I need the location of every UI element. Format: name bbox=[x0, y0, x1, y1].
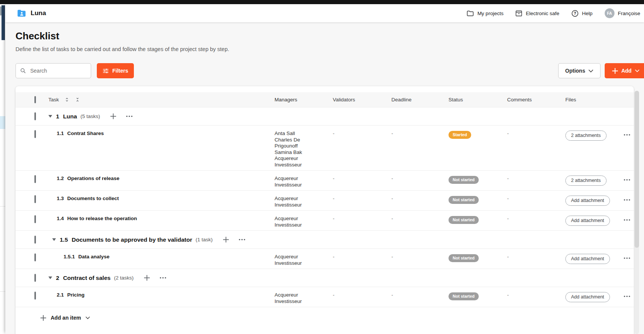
files-cell: 2 attachments bbox=[565, 130, 619, 141]
task-name[interactable]: How to release the operation bbox=[67, 216, 137, 221]
row-checkbox[interactable] bbox=[34, 130, 36, 138]
add-attachment-button[interactable]: Add attachment bbox=[565, 216, 610, 226]
task-row: 1.5.1Data analyseAcquereurInvestisseur--… bbox=[16, 249, 634, 269]
manager-name: Investisseur bbox=[275, 260, 315, 267]
user-name: Françoise bbox=[618, 11, 640, 16]
add-task-button[interactable] bbox=[144, 275, 150, 281]
background-window-strip bbox=[0, 4, 5, 334]
search-icon bbox=[20, 68, 26, 74]
status-badge[interactable]: Not started bbox=[448, 292, 479, 300]
add-attachment-button[interactable]: Add attachment bbox=[565, 196, 610, 206]
row-checkbox[interactable] bbox=[34, 175, 36, 183]
row-menu-button[interactable] bbox=[624, 199, 630, 201]
attachments-button[interactable]: 2 attachments bbox=[565, 130, 607, 141]
column-header-comments: Comments bbox=[507, 97, 565, 103]
attachments-button[interactable]: 2 attachments bbox=[565, 176, 607, 186]
add-attachment-button[interactable]: Add attachment bbox=[565, 254, 610, 264]
add-task-button[interactable] bbox=[223, 237, 229, 242]
manager-name: Samina Bak bbox=[275, 149, 315, 156]
group-name: Contract of sales bbox=[63, 275, 111, 281]
project-folder-icon bbox=[17, 9, 26, 17]
sort-icon[interactable] bbox=[64, 97, 70, 103]
row-checkbox[interactable] bbox=[34, 112, 36, 120]
options-button[interactable]: Options bbox=[558, 63, 601, 78]
chevron-down-icon bbox=[85, 316, 90, 319]
nav-help[interactable]: ? Help bbox=[571, 10, 593, 17]
add-button[interactable]: Add bbox=[605, 63, 644, 78]
group-row: 1Luna(5 tasks) bbox=[16, 107, 634, 126]
row-checkbox[interactable] bbox=[34, 236, 36, 244]
scrollbar-thumb[interactable] bbox=[635, 91, 639, 248]
row-checkbox[interactable] bbox=[34, 274, 36, 282]
group-menu-button[interactable] bbox=[160, 277, 166, 279]
caret-down-icon[interactable] bbox=[48, 115, 52, 118]
row-menu-button[interactable] bbox=[624, 179, 630, 181]
status-badge[interactable]: Not started bbox=[448, 254, 479, 262]
comments-cell: - bbox=[507, 216, 565, 222]
task-name[interactable]: Pricing bbox=[67, 292, 85, 298]
task-row: 2.1PricingAcquereurInvestisseur--Not sta… bbox=[16, 287, 634, 307]
task-name[interactable]: Documents to collect bbox=[67, 196, 119, 201]
project-brand[interactable]: Luna bbox=[17, 9, 46, 17]
group-menu-button[interactable] bbox=[126, 115, 133, 117]
manager-name: Investisseur bbox=[275, 202, 315, 208]
validators-cell: - bbox=[333, 176, 391, 182]
status-badge[interactable]: Started bbox=[448, 131, 471, 139]
row-checkbox[interactable] bbox=[34, 195, 36, 203]
column-header-deadline: Deadline bbox=[391, 97, 448, 103]
status-badge[interactable]: Not started bbox=[448, 196, 479, 204]
deadline-cell: - bbox=[391, 254, 448, 260]
search-input[interactable] bbox=[16, 63, 91, 78]
vertical-scrollbar[interactable] bbox=[635, 91, 639, 334]
task-name[interactable]: Data analyse bbox=[78, 254, 110, 259]
collapse-all-icon[interactable] bbox=[75, 97, 80, 103]
group-task-count: (2 tasks) bbox=[114, 275, 133, 281]
group-number: 2 bbox=[56, 275, 59, 281]
manager-name: Acquereur bbox=[275, 155, 315, 162]
manager-name: Acquereur bbox=[275, 196, 315, 202]
files-cell: Add attachment bbox=[565, 254, 619, 264]
group-menu-button[interactable] bbox=[239, 239, 245, 241]
folder-icon bbox=[467, 10, 474, 17]
row-checkbox[interactable] bbox=[34, 292, 36, 300]
caret-down-icon[interactable] bbox=[52, 238, 56, 241]
checklist-card: Task Managers Validators Deadline bbox=[16, 86, 634, 334]
row-checkbox[interactable] bbox=[34, 253, 36, 261]
group-name: Luna bbox=[63, 113, 77, 120]
table-header-row: Task Managers Validators Deadline bbox=[16, 92, 634, 107]
task-name[interactable]: Contrat Shares bbox=[67, 130, 104, 136]
row-menu-button[interactable] bbox=[624, 257, 630, 259]
manager-name: Acquereur bbox=[275, 216, 315, 222]
files-cell: Add attachment bbox=[565, 196, 619, 206]
nav-electronic-safe[interactable]: Electronic safe bbox=[515, 10, 559, 17]
group-task-count: (5 tasks) bbox=[81, 113, 100, 119]
filters-button[interactable]: Filters bbox=[97, 63, 134, 78]
managers-cell: AcquereurInvestisseur bbox=[275, 292, 333, 304]
status-cell: Not started bbox=[448, 216, 507, 224]
row-menu-button[interactable] bbox=[624, 219, 630, 221]
user-menu[interactable]: FA Françoise bbox=[605, 8, 640, 18]
managers-cell: AcquereurInvestisseur bbox=[275, 196, 333, 208]
task-row: 1.4How to release the operationAcquereur… bbox=[16, 211, 634, 231]
files-cell: Add attachment bbox=[565, 292, 619, 302]
column-header-status: Status bbox=[448, 97, 507, 103]
chevron-down-icon bbox=[635, 69, 639, 72]
add-item-row[interactable]: Add an item bbox=[16, 307, 634, 328]
help-icon: ? bbox=[571, 10, 579, 17]
add-attachment-button[interactable]: Add attachment bbox=[565, 292, 610, 302]
caret-down-icon[interactable] bbox=[48, 277, 52, 279]
task-name[interactable]: Operations of release bbox=[67, 176, 119, 181]
add-task-button[interactable] bbox=[110, 113, 116, 119]
row-checkbox[interactable] bbox=[34, 215, 36, 223]
comments-cell: - bbox=[507, 130, 565, 137]
task-row: 1.2Operations of releaseAcquereurInvesti… bbox=[16, 171, 634, 191]
row-menu-button[interactable] bbox=[624, 295, 630, 297]
chevron-down-icon bbox=[588, 69, 593, 73]
nav-my-projects[interactable]: My projects bbox=[467, 10, 503, 17]
select-all-checkbox[interactable] bbox=[34, 96, 36, 103]
divider bbox=[0, 291, 5, 292]
row-menu-button[interactable] bbox=[624, 134, 630, 136]
app-header: Luna My projects Ele bbox=[5, 4, 644, 22]
status-badge[interactable]: Not started bbox=[448, 216, 479, 224]
status-badge[interactable]: Not started bbox=[448, 176, 479, 184]
